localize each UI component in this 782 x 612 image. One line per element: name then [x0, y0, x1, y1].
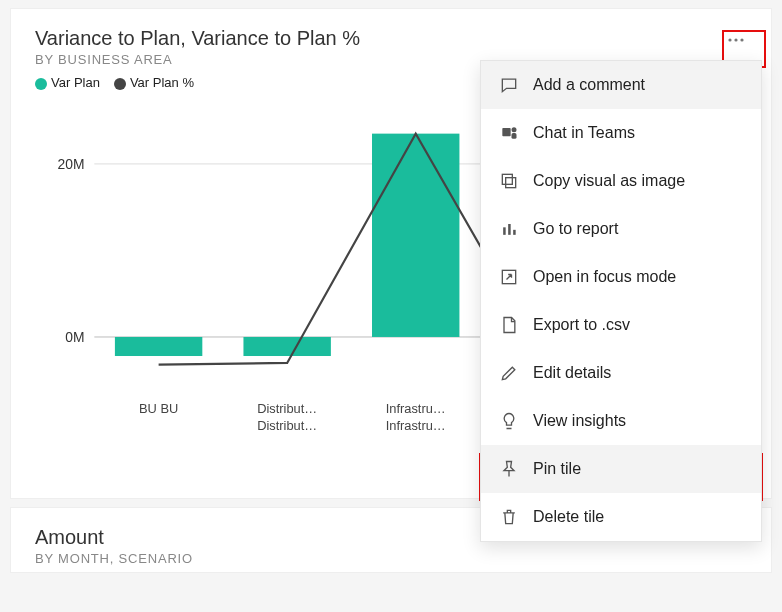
- tile2-subtitle: BY MONTH, SCENARIO: [35, 551, 747, 566]
- focus-mode-icon: [499, 267, 519, 287]
- svg-rect-11: [502, 174, 512, 184]
- menu-item-label: Export to .csv: [533, 316, 630, 334]
- menu-item-pin-tile[interactable]: Pin tile: [481, 445, 761, 493]
- svg-rect-10: [506, 178, 516, 188]
- ellipsis-icon: [726, 30, 746, 50]
- svg-point-4: [728, 38, 731, 41]
- menu-item-goto-report[interactable]: Go to report: [481, 205, 761, 253]
- menu-item-edit-details[interactable]: Edit details: [481, 349, 761, 397]
- pin-tile-icon: [499, 459, 519, 479]
- menu-item-delete-tile[interactable]: Delete tile: [481, 493, 761, 541]
- menu-item-label: Chat in Teams: [533, 124, 635, 142]
- legend-swatch-2: [114, 78, 126, 90]
- legend-item-var-plan[interactable]: Var Plan: [35, 75, 100, 90]
- menu-item-focus-mode[interactable]: Open in focus mode: [481, 253, 761, 301]
- export-csv-icon: [499, 315, 519, 335]
- menu-item-chat-teams[interactable]: Chat in Teams: [481, 109, 761, 157]
- menu-item-label: View insights: [533, 412, 626, 430]
- menu-item-label: Delete tile: [533, 508, 604, 526]
- menu-item-label: Edit details: [533, 364, 611, 382]
- copy-image-icon: [499, 171, 519, 191]
- menu-item-label: Add a comment: [533, 76, 645, 94]
- svg-rect-7: [502, 128, 510, 136]
- bar-2[interactable]: [372, 134, 459, 337]
- menu-item-label: Open in focus mode: [533, 268, 676, 286]
- menu-item-export-csv[interactable]: Export to .csv: [481, 301, 761, 349]
- svg-rect-9: [512, 133, 517, 139]
- menu-item-label: Go to report: [533, 220, 618, 238]
- svg-point-5: [734, 38, 737, 41]
- x-tick-label: Distribut…: [257, 401, 317, 416]
- menu-item-view-insights[interactable]: View insights: [481, 397, 761, 445]
- svg-point-6: [740, 38, 743, 41]
- bar-0[interactable]: [115, 337, 202, 356]
- svg-rect-14: [513, 230, 516, 235]
- svg-rect-13: [508, 224, 511, 235]
- more-options-button[interactable]: [719, 25, 753, 55]
- x-tick-label: Distribut…: [257, 418, 317, 433]
- x-tick-label: Infrastru…: [386, 401, 446, 416]
- menu-item-label: Copy visual as image: [533, 172, 685, 190]
- menu-item-add-comment[interactable]: Add a comment: [481, 61, 761, 109]
- menu-item-copy-image[interactable]: Copy visual as image: [481, 157, 761, 205]
- legend-item-var-plan-pct[interactable]: Var Plan %: [114, 75, 194, 90]
- legend-swatch-1: [35, 78, 47, 90]
- svg-point-8: [512, 127, 517, 132]
- tile-context-menu: Add a commentChat in TeamsCopy visual as…: [480, 60, 762, 542]
- delete-tile-icon: [499, 507, 519, 527]
- svg-text:0M: 0M: [65, 329, 84, 345]
- chat-teams-icon: [499, 123, 519, 143]
- edit-details-icon: [499, 363, 519, 383]
- menu-item-label: Pin tile: [533, 460, 581, 478]
- view-insights-icon: [499, 411, 519, 431]
- add-comment-icon: [499, 75, 519, 95]
- svg-rect-12: [503, 227, 506, 235]
- bar-1[interactable]: [243, 337, 330, 356]
- goto-report-icon: [499, 219, 519, 239]
- x-tick-label: Infrastru…: [386, 418, 446, 433]
- tile-title: Variance to Plan, Variance to Plan %: [35, 27, 747, 50]
- svg-text:20M: 20M: [58, 156, 85, 172]
- x-tick-label: BU BU: [139, 401, 178, 416]
